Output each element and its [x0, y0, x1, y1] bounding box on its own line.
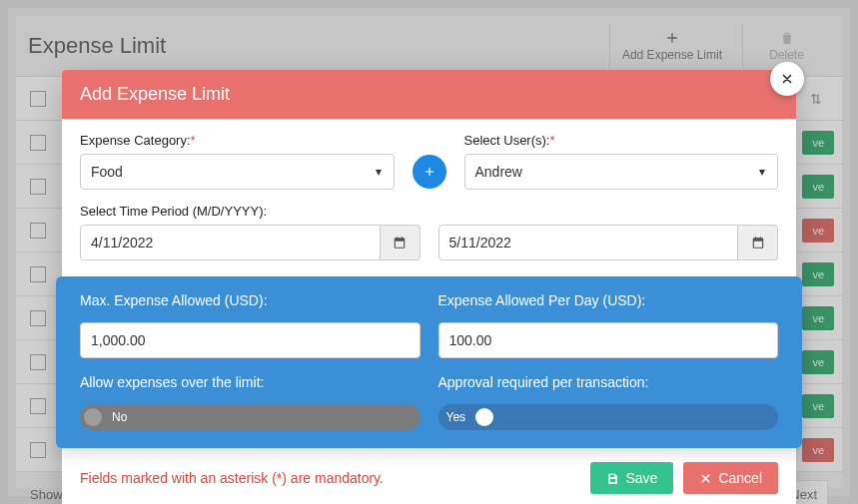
close-button[interactable]	[770, 62, 804, 96]
add-category-button[interactable]	[413, 155, 446, 189]
plus-icon	[423, 165, 436, 179]
date-to-input[interactable]: 5/11/2022	[438, 225, 739, 260]
max-expense-label: Max. Expense Allowed (USD):	[80, 292, 421, 308]
allow-over-toggle[interactable]: No	[80, 404, 421, 430]
save-label: Save	[625, 470, 657, 486]
date-from-input[interactable]: 4/11/2022	[80, 225, 381, 260]
toggle-knob	[475, 408, 493, 426]
toggle-text: No	[108, 410, 131, 424]
calendar-icon	[751, 236, 765, 250]
period-label: Select Time Period (M/D/YYYY):	[80, 204, 421, 219]
per-day-input[interactable]: 100.00	[438, 322, 779, 358]
users-label: Select User(s):*	[464, 133, 779, 148]
cancel-button[interactable]: Cancel	[683, 462, 778, 494]
date-from-picker[interactable]	[381, 225, 421, 260]
date-to-picker[interactable]	[738, 225, 778, 260]
close-icon	[780, 72, 794, 86]
add-expense-limit-modal: Add Expense Limit Expense Category:* Foo…	[62, 70, 796, 504]
save-button[interactable]: Save	[590, 462, 673, 494]
modal-title: Add Expense Limit	[62, 70, 796, 119]
cancel-label: Cancel	[718, 470, 762, 486]
users-select[interactable]: Andrew	[464, 154, 779, 190]
category-select[interactable]: Food	[80, 154, 395, 190]
allow-over-label: Allow expenses over the limit:	[80, 374, 421, 390]
save-icon	[606, 472, 619, 485]
limits-panel: Max. Expense Allowed (USD): 1,000.00 Exp…	[56, 276, 802, 448]
toggle-text: Yes	[442, 410, 470, 424]
toggle-knob	[84, 408, 102, 426]
max-expense-input[interactable]: 1,000.00	[80, 322, 421, 358]
category-label: Expense Category:*	[80, 133, 395, 148]
approval-toggle[interactable]: Yes	[438, 404, 779, 430]
approval-label: Approval required per transaction:	[438, 374, 779, 390]
period-label-spacer	[438, 204, 779, 219]
per-day-label: Expense Allowed Per Day (USD):	[438, 292, 779, 308]
cancel-icon	[699, 472, 712, 485]
mandatory-note: Fields marked with an asterisk (*) are m…	[80, 470, 384, 486]
calendar-icon	[393, 236, 407, 250]
